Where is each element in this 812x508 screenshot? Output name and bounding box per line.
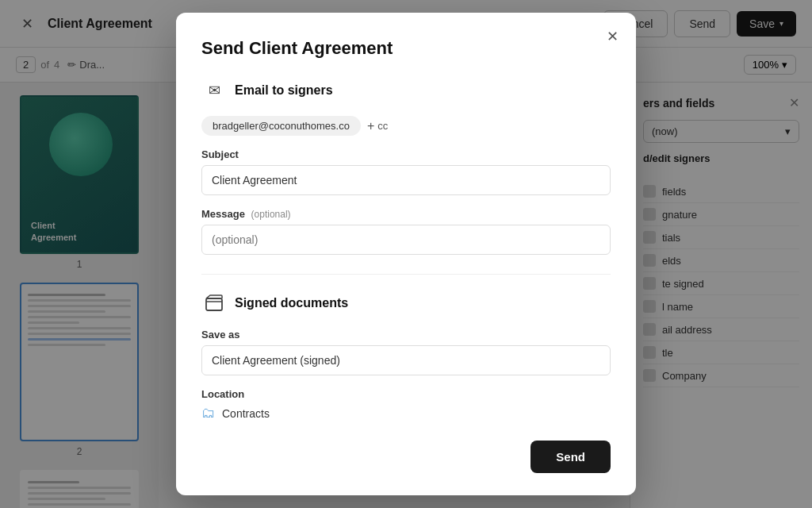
message-label: Message (optional) [201,208,611,220]
send-modal: ✕ Send Client Agreement ✉ Email to signe… [176,13,636,495]
message-optional-label: (optional) [251,209,291,220]
signed-docs-icon [201,291,227,316]
email-recipients-row: bradgeller@coconuthomes.co + cc [201,116,611,136]
signed-docs-section-header: Signed documents [201,291,611,316]
message-label-text: Message [201,208,245,220]
add-cc-button[interactable]: + cc [367,119,388,133]
svg-rect-0 [206,298,222,310]
send-modal-button[interactable]: Send [530,441,611,473]
modal-close-button[interactable]: ✕ [601,25,623,48]
modal-close-icon: ✕ [607,28,619,45]
subject-label: Subject [201,148,611,160]
save-as-input[interactable] [201,345,611,375]
modal-overlay[interactable]: ✕ Send Client Agreement ✉ Email to signe… [0,0,812,508]
subject-input[interactable] [201,165,611,195]
email-section-header: ✉ Email to signers [201,78,611,103]
location-label: Location [201,388,611,400]
email-section-title: Email to signers [235,83,333,98]
location-folder-name[interactable]: Contracts [222,407,270,420]
cc-label: cc [377,120,388,132]
cc-plus-icon: + [367,119,374,133]
signed-docs-section-title: Signed documents [235,296,348,310]
email-section-icon: ✉ [201,78,227,103]
email-chip[interactable]: bradgeller@coconuthomes.co [201,116,361,136]
location-row: 🗂 Contracts [201,405,611,421]
modal-title: Send Client Agreement [201,38,611,59]
message-input[interactable] [201,225,611,255]
folder-icon: 🗂 [201,405,216,421]
modal-footer: Send [201,441,611,473]
envelope-icon: ✉ [209,82,220,99]
save-as-label: Save as [201,329,611,341]
modal-divider [201,274,611,275]
